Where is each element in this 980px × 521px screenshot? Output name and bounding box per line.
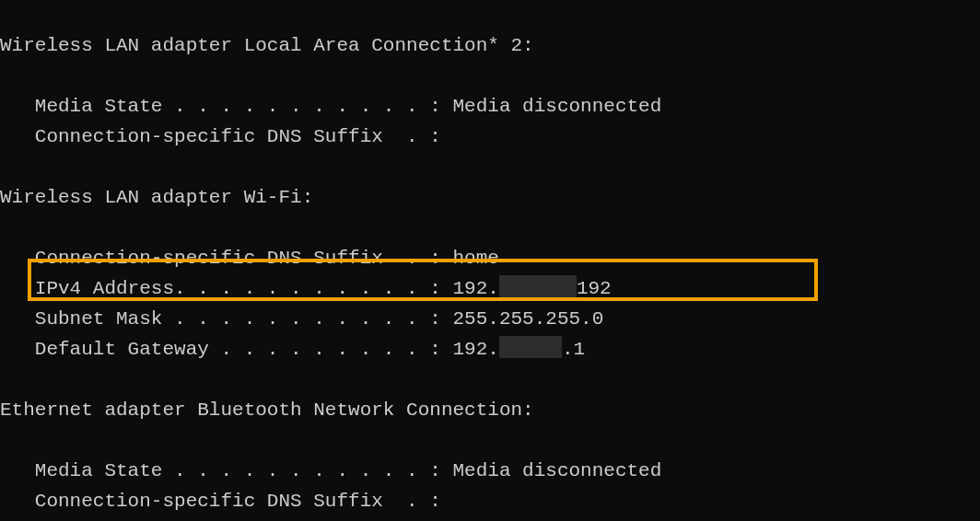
adapter-header-1: Wireless LAN adapter Local Area Connecti… <box>0 35 534 56</box>
dns-suffix-row: Connection-specific DNS Suffix . : <box>0 126 441 147</box>
media-state-row: Media State . . . . . . . . . . . : Medi… <box>0 96 661 117</box>
default-gateway-row: Default Gateway . . . . . . . . . : 192.… <box>0 339 585 360</box>
media-state-row: Media State . . . . . . . . . . . : Medi… <box>0 460 661 481</box>
terminal-output: Wireless LAN adapter Local Area Connecti… <box>0 0 980 516</box>
subnet-mask-row: Subnet Mask . . . . . . . . . . . : 255.… <box>0 308 603 330</box>
ipv4-address-row: IPv4 Address. . . . . . . . . . . : 192.… <box>0 278 612 299</box>
redacted-ip-segment <box>499 275 577 297</box>
adapter-header-2: Wireless LAN adapter Wi-Fi: <box>0 187 313 208</box>
adapter-header-3: Ethernet adapter Bluetooth Network Conne… <box>0 399 534 421</box>
redacted-ip-segment <box>499 336 562 358</box>
dns-suffix-row: Connection-specific DNS Suffix . : <box>0 491 441 512</box>
dns-suffix-row: Connection-specific DNS Suffix . : home <box>0 248 499 269</box>
